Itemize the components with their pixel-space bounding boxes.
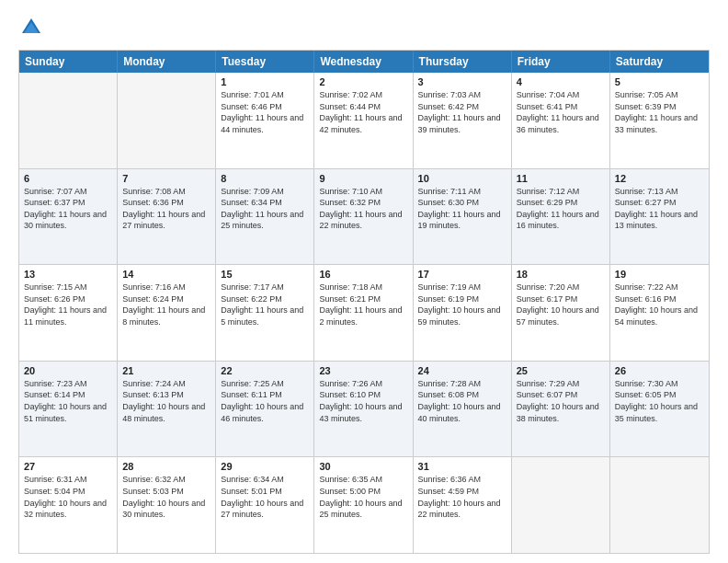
day-info: Sunrise: 7:26 AMSunset: 6:10 PMDaylight:… — [319, 378, 407, 424]
day-info: Sunrise: 7:04 AMSunset: 6:41 PMDaylight:… — [517, 89, 605, 135]
day-cell-1: 1Sunrise: 7:01 AMSunset: 6:46 PMDaylight… — [216, 73, 314, 168]
day-number: 12 — [615, 173, 704, 184]
day-info: Sunrise: 7:24 AMSunset: 6:13 PMDaylight:… — [122, 378, 210, 424]
day-info: Sunrise: 7:11 AMSunset: 6:30 PMDaylight:… — [418, 186, 506, 232]
day-info: Sunrise: 7:08 AMSunset: 6:36 PMDaylight:… — [122, 186, 210, 232]
day-cell-2: 2Sunrise: 7:02 AMSunset: 6:44 PMDaylight… — [314, 73, 413, 168]
empty-cell — [610, 457, 709, 553]
day-info: Sunrise: 6:35 AMSunset: 5:00 PMDaylight:… — [319, 474, 407, 520]
week-row-1: 1Sunrise: 7:01 AMSunset: 6:46 PMDaylight… — [19, 73, 709, 168]
day-cell-27: 27Sunrise: 6:31 AMSunset: 5:04 PMDayligh… — [19, 457, 118, 553]
day-info: Sunrise: 7:07 AMSunset: 6:37 PMDaylight:… — [24, 186, 112, 232]
day-info: Sunrise: 7:20 AMSunset: 6:17 PMDaylight:… — [517, 282, 605, 327]
day-cell-5: 5Sunrise: 7:05 AMSunset: 6:39 PMDaylight… — [610, 73, 709, 168]
calendar: SundayMondayTuesdayWednesdayThursdayFrid… — [18, 50, 710, 554]
day-number: 23 — [319, 365, 407, 376]
calendar-body: 1Sunrise: 7:01 AMSunset: 6:46 PMDaylight… — [19, 73, 709, 553]
day-cell-21: 21Sunrise: 7:24 AMSunset: 6:13 PMDayligh… — [118, 362, 216, 457]
day-info: Sunrise: 7:10 AMSunset: 6:32 PMDaylight:… — [319, 186, 407, 232]
day-cell-6: 6Sunrise: 7:07 AMSunset: 6:37 PMDaylight… — [19, 169, 118, 265]
day-number: 25 — [517, 365, 605, 376]
day-number: 7 — [122, 173, 210, 184]
day-info: Sunrise: 7:28 AMSunset: 6:08 PMDaylight:… — [418, 378, 506, 424]
day-number: 6 — [24, 173, 112, 184]
day-info: Sunrise: 7:09 AMSunset: 6:34 PMDaylight:… — [221, 186, 309, 232]
day-header-saturday: Saturday — [610, 51, 709, 73]
day-info: Sunrise: 7:22 AMSunset: 6:16 PMDaylight:… — [615, 282, 704, 327]
day-cell-20: 20Sunrise: 7:23 AMSunset: 6:14 PMDayligh… — [19, 362, 118, 457]
empty-cell — [512, 457, 610, 553]
calendar-header-row: SundayMondayTuesdayWednesdayThursdayFrid… — [19, 51, 709, 73]
day-number: 18 — [517, 269, 605, 280]
day-header-sunday: Sunday — [19, 51, 118, 73]
day-number: 31 — [418, 461, 506, 472]
day-number: 2 — [319, 76, 407, 87]
day-cell-14: 14Sunrise: 7:16 AMSunset: 6:24 PMDayligh… — [118, 265, 216, 361]
day-cell-18: 18Sunrise: 7:20 AMSunset: 6:17 PMDayligh… — [512, 265, 610, 361]
day-info: Sunrise: 6:36 AMSunset: 4:59 PMDaylight:… — [418, 474, 506, 520]
day-number: 11 — [517, 173, 605, 184]
day-number: 24 — [418, 365, 506, 376]
day-number: 9 — [319, 173, 407, 184]
day-info: Sunrise: 7:17 AMSunset: 6:22 PMDaylight:… — [221, 282, 309, 327]
day-number: 4 — [517, 76, 605, 87]
day-number: 27 — [24, 461, 112, 472]
empty-cell — [19, 73, 118, 168]
day-cell-25: 25Sunrise: 7:29 AMSunset: 6:07 PMDayligh… — [512, 362, 610, 457]
day-info: Sunrise: 7:12 AMSunset: 6:29 PMDaylight:… — [517, 186, 605, 232]
day-cell-26: 26Sunrise: 7:30 AMSunset: 6:05 PMDayligh… — [610, 362, 709, 457]
day-info: Sunrise: 7:30 AMSunset: 6:05 PMDaylight:… — [615, 378, 704, 424]
day-info: Sunrise: 7:13 AMSunset: 6:27 PMDaylight:… — [615, 186, 704, 232]
day-info: Sunrise: 7:18 AMSunset: 6:21 PMDaylight:… — [319, 282, 407, 327]
day-info: Sunrise: 7:16 AMSunset: 6:24 PMDaylight:… — [122, 282, 210, 327]
day-number: 3 — [418, 76, 506, 87]
day-info: Sunrise: 7:03 AMSunset: 6:42 PMDaylight:… — [418, 89, 506, 135]
day-cell-31: 31Sunrise: 6:36 AMSunset: 4:59 PMDayligh… — [414, 457, 512, 553]
week-row-3: 13Sunrise: 7:15 AMSunset: 6:26 PMDayligh… — [19, 264, 709, 361]
day-number: 14 — [122, 269, 210, 280]
day-number: 17 — [418, 269, 506, 280]
day-number: 21 — [122, 365, 210, 376]
day-cell-28: 28Sunrise: 6:32 AMSunset: 5:03 PMDayligh… — [118, 457, 216, 553]
day-header-tuesday: Tuesday — [216, 51, 314, 73]
day-cell-7: 7Sunrise: 7:08 AMSunset: 6:36 PMDaylight… — [118, 169, 216, 265]
day-cell-15: 15Sunrise: 7:17 AMSunset: 6:22 PMDayligh… — [216, 265, 314, 361]
day-number: 20 — [24, 365, 112, 376]
day-cell-10: 10Sunrise: 7:11 AMSunset: 6:30 PMDayligh… — [414, 169, 512, 265]
day-info: Sunrise: 7:01 AMSunset: 6:46 PMDaylight:… — [221, 89, 309, 135]
empty-cell — [118, 73, 216, 168]
logo — [18, 15, 48, 40]
day-info: Sunrise: 7:29 AMSunset: 6:07 PMDaylight:… — [517, 378, 605, 424]
day-cell-12: 12Sunrise: 7:13 AMSunset: 6:27 PMDayligh… — [610, 169, 709, 265]
day-cell-4: 4Sunrise: 7:04 AMSunset: 6:41 PMDaylight… — [512, 73, 610, 168]
day-number: 1 — [221, 76, 309, 87]
week-row-4: 20Sunrise: 7:23 AMSunset: 6:14 PMDayligh… — [19, 361, 709, 457]
day-info: Sunrise: 7:15 AMSunset: 6:26 PMDaylight:… — [24, 282, 112, 327]
day-number: 30 — [319, 461, 407, 472]
day-header-friday: Friday — [512, 51, 610, 73]
day-number: 15 — [221, 269, 309, 280]
day-number: 13 — [24, 269, 112, 280]
day-number: 29 — [221, 461, 309, 472]
day-info: Sunrise: 7:25 AMSunset: 6:11 PMDaylight:… — [221, 378, 309, 424]
day-number: 26 — [615, 365, 704, 376]
day-info: Sunrise: 7:23 AMSunset: 6:14 PMDaylight:… — [24, 378, 112, 424]
day-info: Sunrise: 7:19 AMSunset: 6:19 PMDaylight:… — [418, 282, 506, 327]
day-cell-16: 16Sunrise: 7:18 AMSunset: 6:21 PMDayligh… — [314, 265, 413, 361]
day-cell-11: 11Sunrise: 7:12 AMSunset: 6:29 PMDayligh… — [512, 169, 610, 265]
day-cell-22: 22Sunrise: 7:25 AMSunset: 6:11 PMDayligh… — [216, 362, 314, 457]
day-cell-17: 17Sunrise: 7:19 AMSunset: 6:19 PMDayligh… — [414, 265, 512, 361]
day-cell-19: 19Sunrise: 7:22 AMSunset: 6:16 PMDayligh… — [610, 265, 709, 361]
day-number: 28 — [122, 461, 210, 472]
day-number: 10 — [418, 173, 506, 184]
day-cell-29: 29Sunrise: 6:34 AMSunset: 5:01 PMDayligh… — [216, 457, 314, 553]
header — [18, 15, 710, 40]
day-number: 8 — [221, 173, 309, 184]
day-info: Sunrise: 6:34 AMSunset: 5:01 PMDaylight:… — [221, 474, 309, 520]
day-cell-23: 23Sunrise: 7:26 AMSunset: 6:10 PMDayligh… — [314, 362, 413, 457]
day-header-monday: Monday — [118, 51, 216, 73]
page: SundayMondayTuesdayWednesdayThursdayFrid… — [0, 0, 728, 563]
day-cell-24: 24Sunrise: 7:28 AMSunset: 6:08 PMDayligh… — [414, 362, 512, 457]
day-cell-30: 30Sunrise: 6:35 AMSunset: 5:00 PMDayligh… — [314, 457, 413, 553]
day-info: Sunrise: 7:05 AMSunset: 6:39 PMDaylight:… — [615, 89, 704, 135]
